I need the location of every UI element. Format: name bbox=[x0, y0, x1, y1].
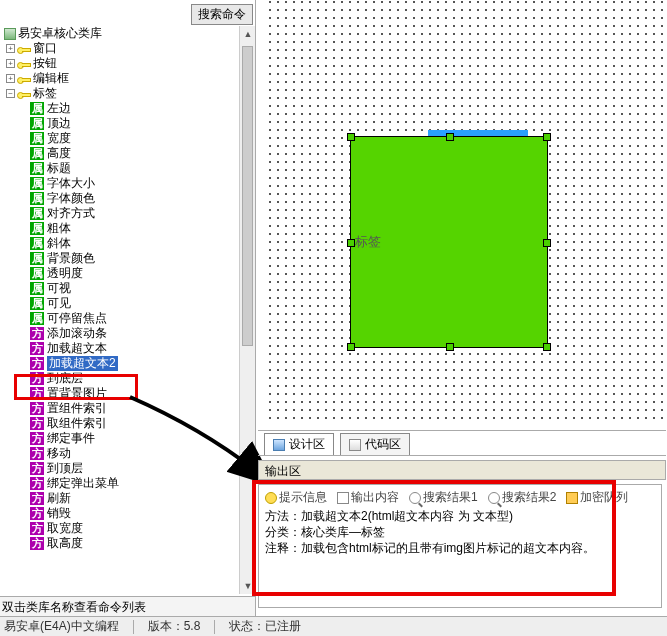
resize-handle[interactable] bbox=[347, 239, 355, 247]
tab-design[interactable]: 设计区 bbox=[264, 433, 334, 455]
out-tab-content[interactable]: 输出内容 bbox=[337, 489, 399, 506]
scroll-thumb[interactable] bbox=[242, 46, 253, 346]
output-panel: 提示信息 输出内容 搜索结果1 搜索结果2 加密队列 方法：加载超文本2(htm… bbox=[258, 484, 662, 608]
method-icon: 方 bbox=[30, 432, 44, 445]
tree-method[interactable]: 方绑定事件 bbox=[4, 431, 240, 446]
tree-prop[interactable]: 属透明度 bbox=[4, 266, 240, 281]
attr-icon: 属 bbox=[30, 237, 44, 250]
tree-prop[interactable]: 属宽度 bbox=[4, 131, 240, 146]
class-tree[interactable]: 易安卓核心类库 +窗口 +按钮 +编辑框 −标签 属左边 属顶边 属宽度 属高度… bbox=[0, 26, 240, 594]
tree-prop[interactable]: 属可视 bbox=[4, 281, 240, 296]
resize-handle[interactable] bbox=[543, 343, 551, 351]
status-state: 状态：已注册 bbox=[229, 618, 301, 635]
tree-prop[interactable]: 属高度 bbox=[4, 146, 240, 161]
tree-method[interactable]: 方置背景图片 bbox=[4, 386, 240, 401]
tree-method[interactable]: 方取高度 bbox=[4, 536, 240, 551]
method-icon: 方 bbox=[30, 447, 44, 460]
method-icon: 方 bbox=[30, 372, 44, 385]
attr-icon: 属 bbox=[30, 177, 44, 190]
scroll-down-icon[interactable]: ▼ bbox=[240, 578, 256, 594]
attr-icon: 属 bbox=[30, 162, 44, 175]
attr-icon: 属 bbox=[30, 297, 44, 310]
tree-method[interactable]: 方添加滚动条 bbox=[4, 326, 240, 341]
resize-handle[interactable] bbox=[446, 133, 454, 141]
resize-handle[interactable] bbox=[446, 343, 454, 351]
tree-method[interactable]: 方销毁 bbox=[4, 506, 240, 521]
class-library-panel: 搜索命令 易安卓核心类库 +窗口 +按钮 +编辑框 −标签 属左边 属顶边 属宽… bbox=[0, 0, 256, 616]
resize-handle[interactable] bbox=[543, 239, 551, 247]
key-icon bbox=[17, 59, 31, 69]
tree-method[interactable]: 方取宽度 bbox=[4, 521, 240, 536]
tree-method[interactable]: 方绑定弹出菜单 bbox=[4, 476, 240, 491]
tree-prop[interactable]: 属左边 bbox=[4, 101, 240, 116]
output-icon bbox=[337, 492, 349, 504]
tree-method[interactable]: 方到底层 bbox=[4, 371, 240, 386]
attr-icon: 属 bbox=[30, 282, 44, 295]
out-tab-result2[interactable]: 搜索结果2 bbox=[488, 489, 557, 506]
tree-prop[interactable]: 属标题 bbox=[4, 161, 240, 176]
tree-node[interactable]: +窗口 bbox=[4, 41, 240, 56]
tree-prop[interactable]: 属顶边 bbox=[4, 116, 240, 131]
attr-icon: 属 bbox=[30, 192, 44, 205]
tree-root: 易安卓核心类库 +窗口 +按钮 +编辑框 −标签 属左边 属顶边 属宽度 属高度… bbox=[0, 26, 240, 551]
output-line: 方法：加载超文本2(html超文本内容 为 文本型) bbox=[265, 508, 655, 524]
status-bar: 易安卓(E4A)中文编程 版本：5.8 状态：已注册 bbox=[0, 616, 667, 636]
method-icon: 方 bbox=[30, 507, 44, 520]
method-icon: 方 bbox=[30, 342, 44, 355]
tree-scrollbar[interactable]: ▲ ▼ bbox=[239, 26, 255, 594]
tree-method[interactable]: 方移动 bbox=[4, 446, 240, 461]
attr-icon: 属 bbox=[30, 222, 44, 235]
editor-tabs: 设计区 代码区 bbox=[258, 430, 666, 456]
tree-method-selected[interactable]: 方加载超文本2 bbox=[4, 356, 240, 371]
tree-node[interactable]: −标签 bbox=[4, 86, 240, 101]
code-tab-icon bbox=[349, 439, 361, 451]
tree-library-root[interactable]: 易安卓核心类库 bbox=[4, 26, 240, 41]
tree-prop[interactable]: 属背景颜色 bbox=[4, 251, 240, 266]
attr-icon: 属 bbox=[30, 102, 44, 115]
tree-prop[interactable]: 属可见 bbox=[4, 296, 240, 311]
output-line: 注释：加载包含html标记的且带有img图片标记的超文本内容。 bbox=[265, 540, 655, 556]
tree-node[interactable]: +编辑框 bbox=[4, 71, 240, 86]
expand-icon[interactable]: + bbox=[6, 44, 15, 53]
divider bbox=[133, 620, 134, 634]
widget-caption: 标签 bbox=[355, 233, 381, 251]
method-icon: 方 bbox=[30, 417, 44, 430]
tree-node[interactable]: +按钮 bbox=[4, 56, 240, 71]
tree-prop[interactable]: 属斜体 bbox=[4, 236, 240, 251]
attr-icon: 属 bbox=[30, 117, 44, 130]
tab-code[interactable]: 代码区 bbox=[340, 433, 410, 455]
out-tab-hint[interactable]: 提示信息 bbox=[265, 489, 327, 506]
tree-prop[interactable]: 属粗体 bbox=[4, 221, 240, 236]
tree-prop[interactable]: 属字体大小 bbox=[4, 176, 240, 191]
tree-method[interactable]: 方刷新 bbox=[4, 491, 240, 506]
method-icon: 方 bbox=[30, 522, 44, 535]
form-canvas[interactable]: 标签 bbox=[268, 0, 667, 420]
tree-prop[interactable]: 属对齐方式 bbox=[4, 206, 240, 221]
resize-handle[interactable] bbox=[543, 133, 551, 141]
attr-icon: 属 bbox=[30, 252, 44, 265]
tree-method[interactable]: 方取组件索引 bbox=[4, 416, 240, 431]
status-app: 易安卓(E4A)中文编程 bbox=[4, 618, 119, 635]
collapse-icon[interactable]: − bbox=[6, 89, 15, 98]
resize-handle[interactable] bbox=[347, 343, 355, 351]
search-icon bbox=[488, 492, 500, 504]
resize-handle[interactable] bbox=[347, 133, 355, 141]
tree-method[interactable]: 方加载超文本 bbox=[4, 341, 240, 356]
search-command-button[interactable]: 搜索命令 bbox=[191, 4, 253, 25]
out-tab-result1[interactable]: 搜索结果1 bbox=[409, 489, 478, 506]
scroll-up-icon[interactable]: ▲ bbox=[240, 26, 256, 42]
tree-prop[interactable]: 属字体颜色 bbox=[4, 191, 240, 206]
tree-prop[interactable]: 属可停留焦点 bbox=[4, 311, 240, 326]
tree-method[interactable]: 方置组件索引 bbox=[4, 401, 240, 416]
attr-icon: 属 bbox=[30, 147, 44, 160]
tree-footer-hint: 双击类库名称查看命令列表 bbox=[0, 596, 255, 616]
method-icon: 方 bbox=[30, 327, 44, 340]
tree-method[interactable]: 方到顶层 bbox=[4, 461, 240, 476]
output-header: 输出区 bbox=[258, 460, 666, 480]
method-icon: 方 bbox=[30, 462, 44, 475]
method-icon: 方 bbox=[30, 402, 44, 415]
label-widget[interactable]: 标签 bbox=[350, 136, 548, 348]
expand-icon[interactable]: + bbox=[6, 59, 15, 68]
out-tab-encrypt[interactable]: 加密队列 bbox=[566, 489, 628, 506]
expand-icon[interactable]: + bbox=[6, 74, 15, 83]
